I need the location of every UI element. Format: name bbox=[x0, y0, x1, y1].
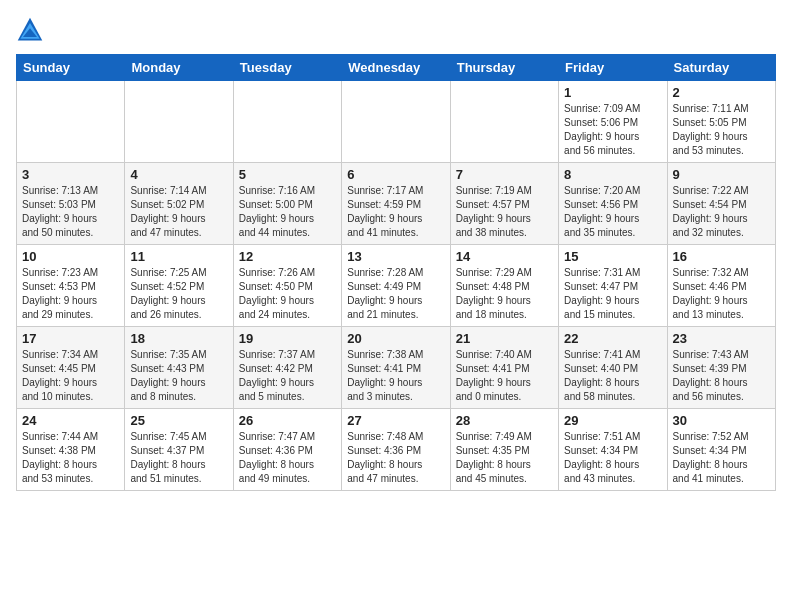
day-info: Sunrise: 7:38 AMSunset: 4:41 PMDaylight:… bbox=[347, 348, 444, 404]
day-cell: 4Sunrise: 7:14 AMSunset: 5:02 PMDaylight… bbox=[125, 163, 233, 245]
day-number: 24 bbox=[22, 413, 119, 428]
day-number: 14 bbox=[456, 249, 553, 264]
day-cell: 16Sunrise: 7:32 AMSunset: 4:46 PMDayligh… bbox=[667, 245, 775, 327]
day-cell: 30Sunrise: 7:52 AMSunset: 4:34 PMDayligh… bbox=[667, 409, 775, 491]
day-cell: 23Sunrise: 7:43 AMSunset: 4:39 PMDayligh… bbox=[667, 327, 775, 409]
day-cell: 24Sunrise: 7:44 AMSunset: 4:38 PMDayligh… bbox=[17, 409, 125, 491]
day-number: 7 bbox=[456, 167, 553, 182]
day-cell: 12Sunrise: 7:26 AMSunset: 4:50 PMDayligh… bbox=[233, 245, 341, 327]
day-info: Sunrise: 7:14 AMSunset: 5:02 PMDaylight:… bbox=[130, 184, 227, 240]
day-info: Sunrise: 7:17 AMSunset: 4:59 PMDaylight:… bbox=[347, 184, 444, 240]
day-number: 12 bbox=[239, 249, 336, 264]
day-info: Sunrise: 7:16 AMSunset: 5:00 PMDaylight:… bbox=[239, 184, 336, 240]
page: SundayMondayTuesdayWednesdayThursdayFrid… bbox=[0, 0, 792, 499]
day-number: 28 bbox=[456, 413, 553, 428]
day-cell: 26Sunrise: 7:47 AMSunset: 4:36 PMDayligh… bbox=[233, 409, 341, 491]
day-info: Sunrise: 7:32 AMSunset: 4:46 PMDaylight:… bbox=[673, 266, 770, 322]
weekday-header-monday: Monday bbox=[125, 55, 233, 81]
day-cell: 15Sunrise: 7:31 AMSunset: 4:47 PMDayligh… bbox=[559, 245, 667, 327]
day-cell: 3Sunrise: 7:13 AMSunset: 5:03 PMDaylight… bbox=[17, 163, 125, 245]
day-cell bbox=[125, 81, 233, 163]
weekday-header-saturday: Saturday bbox=[667, 55, 775, 81]
day-number: 6 bbox=[347, 167, 444, 182]
day-number: 9 bbox=[673, 167, 770, 182]
day-info: Sunrise: 7:45 AMSunset: 4:37 PMDaylight:… bbox=[130, 430, 227, 486]
day-info: Sunrise: 7:44 AMSunset: 4:38 PMDaylight:… bbox=[22, 430, 119, 486]
day-info: Sunrise: 7:29 AMSunset: 4:48 PMDaylight:… bbox=[456, 266, 553, 322]
header bbox=[16, 16, 776, 44]
day-number: 23 bbox=[673, 331, 770, 346]
day-info: Sunrise: 7:48 AMSunset: 4:36 PMDaylight:… bbox=[347, 430, 444, 486]
day-number: 17 bbox=[22, 331, 119, 346]
day-cell: 14Sunrise: 7:29 AMSunset: 4:48 PMDayligh… bbox=[450, 245, 558, 327]
week-row-0: 1Sunrise: 7:09 AMSunset: 5:06 PMDaylight… bbox=[17, 81, 776, 163]
day-info: Sunrise: 7:23 AMSunset: 4:53 PMDaylight:… bbox=[22, 266, 119, 322]
day-cell bbox=[450, 81, 558, 163]
day-cell: 19Sunrise: 7:37 AMSunset: 4:42 PMDayligh… bbox=[233, 327, 341, 409]
logo bbox=[16, 16, 48, 44]
day-number: 2 bbox=[673, 85, 770, 100]
day-number: 15 bbox=[564, 249, 661, 264]
day-info: Sunrise: 7:52 AMSunset: 4:34 PMDaylight:… bbox=[673, 430, 770, 486]
week-row-1: 3Sunrise: 7:13 AMSunset: 5:03 PMDaylight… bbox=[17, 163, 776, 245]
day-number: 5 bbox=[239, 167, 336, 182]
day-number: 19 bbox=[239, 331, 336, 346]
weekday-header-sunday: Sunday bbox=[17, 55, 125, 81]
day-number: 13 bbox=[347, 249, 444, 264]
day-cell: 29Sunrise: 7:51 AMSunset: 4:34 PMDayligh… bbox=[559, 409, 667, 491]
day-info: Sunrise: 7:43 AMSunset: 4:39 PMDaylight:… bbox=[673, 348, 770, 404]
day-cell: 21Sunrise: 7:40 AMSunset: 4:41 PMDayligh… bbox=[450, 327, 558, 409]
day-number: 10 bbox=[22, 249, 119, 264]
day-info: Sunrise: 7:37 AMSunset: 4:42 PMDaylight:… bbox=[239, 348, 336, 404]
day-cell: 20Sunrise: 7:38 AMSunset: 4:41 PMDayligh… bbox=[342, 327, 450, 409]
day-cell: 22Sunrise: 7:41 AMSunset: 4:40 PMDayligh… bbox=[559, 327, 667, 409]
day-info: Sunrise: 7:40 AMSunset: 4:41 PMDaylight:… bbox=[456, 348, 553, 404]
day-info: Sunrise: 7:47 AMSunset: 4:36 PMDaylight:… bbox=[239, 430, 336, 486]
day-info: Sunrise: 7:11 AMSunset: 5:05 PMDaylight:… bbox=[673, 102, 770, 158]
day-info: Sunrise: 7:51 AMSunset: 4:34 PMDaylight:… bbox=[564, 430, 661, 486]
day-cell bbox=[342, 81, 450, 163]
day-cell: 2Sunrise: 7:11 AMSunset: 5:05 PMDaylight… bbox=[667, 81, 775, 163]
day-number: 1 bbox=[564, 85, 661, 100]
day-cell: 5Sunrise: 7:16 AMSunset: 5:00 PMDaylight… bbox=[233, 163, 341, 245]
day-number: 8 bbox=[564, 167, 661, 182]
day-number: 22 bbox=[564, 331, 661, 346]
day-number: 18 bbox=[130, 331, 227, 346]
weekday-header-wednesday: Wednesday bbox=[342, 55, 450, 81]
day-cell: 9Sunrise: 7:22 AMSunset: 4:54 PMDaylight… bbox=[667, 163, 775, 245]
day-cell: 8Sunrise: 7:20 AMSunset: 4:56 PMDaylight… bbox=[559, 163, 667, 245]
day-info: Sunrise: 7:19 AMSunset: 4:57 PMDaylight:… bbox=[456, 184, 553, 240]
day-info: Sunrise: 7:35 AMSunset: 4:43 PMDaylight:… bbox=[130, 348, 227, 404]
day-number: 29 bbox=[564, 413, 661, 428]
week-row-3: 17Sunrise: 7:34 AMSunset: 4:45 PMDayligh… bbox=[17, 327, 776, 409]
day-cell: 7Sunrise: 7:19 AMSunset: 4:57 PMDaylight… bbox=[450, 163, 558, 245]
day-info: Sunrise: 7:09 AMSunset: 5:06 PMDaylight:… bbox=[564, 102, 661, 158]
day-info: Sunrise: 7:31 AMSunset: 4:47 PMDaylight:… bbox=[564, 266, 661, 322]
day-cell: 11Sunrise: 7:25 AMSunset: 4:52 PMDayligh… bbox=[125, 245, 233, 327]
weekday-header-thursday: Thursday bbox=[450, 55, 558, 81]
week-row-4: 24Sunrise: 7:44 AMSunset: 4:38 PMDayligh… bbox=[17, 409, 776, 491]
day-number: 21 bbox=[456, 331, 553, 346]
day-number: 20 bbox=[347, 331, 444, 346]
calendar: SundayMondayTuesdayWednesdayThursdayFrid… bbox=[16, 54, 776, 491]
day-number: 25 bbox=[130, 413, 227, 428]
day-cell: 25Sunrise: 7:45 AMSunset: 4:37 PMDayligh… bbox=[125, 409, 233, 491]
day-cell: 1Sunrise: 7:09 AMSunset: 5:06 PMDaylight… bbox=[559, 81, 667, 163]
day-number: 4 bbox=[130, 167, 227, 182]
day-cell: 10Sunrise: 7:23 AMSunset: 4:53 PMDayligh… bbox=[17, 245, 125, 327]
weekday-header-friday: Friday bbox=[559, 55, 667, 81]
day-cell: 17Sunrise: 7:34 AMSunset: 4:45 PMDayligh… bbox=[17, 327, 125, 409]
day-info: Sunrise: 7:20 AMSunset: 4:56 PMDaylight:… bbox=[564, 184, 661, 240]
day-cell: 6Sunrise: 7:17 AMSunset: 4:59 PMDaylight… bbox=[342, 163, 450, 245]
day-info: Sunrise: 7:25 AMSunset: 4:52 PMDaylight:… bbox=[130, 266, 227, 322]
day-cell bbox=[233, 81, 341, 163]
day-info: Sunrise: 7:26 AMSunset: 4:50 PMDaylight:… bbox=[239, 266, 336, 322]
day-number: 30 bbox=[673, 413, 770, 428]
weekday-header-tuesday: Tuesday bbox=[233, 55, 341, 81]
day-cell: 18Sunrise: 7:35 AMSunset: 4:43 PMDayligh… bbox=[125, 327, 233, 409]
logo-icon bbox=[16, 16, 44, 44]
day-info: Sunrise: 7:13 AMSunset: 5:03 PMDaylight:… bbox=[22, 184, 119, 240]
week-row-2: 10Sunrise: 7:23 AMSunset: 4:53 PMDayligh… bbox=[17, 245, 776, 327]
weekday-header-row: SundayMondayTuesdayWednesdayThursdayFrid… bbox=[17, 55, 776, 81]
day-info: Sunrise: 7:28 AMSunset: 4:49 PMDaylight:… bbox=[347, 266, 444, 322]
